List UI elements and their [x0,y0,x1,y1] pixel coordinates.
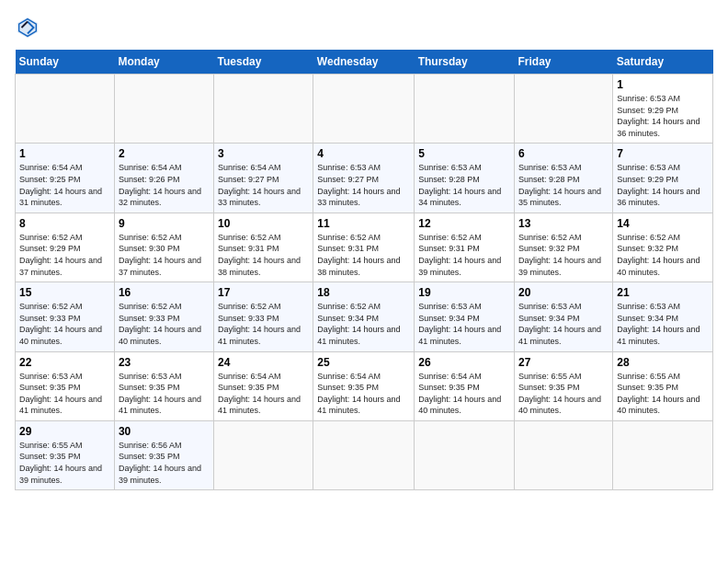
day-number: 18 [317,286,410,299]
calendar-cell: 7Sunrise: 6:53 AMSunset: 9:29 PMDaylight… [613,144,713,213]
calendar-cell: 13Sunrise: 6:52 AMSunset: 9:32 PMDayligh… [515,213,613,282]
day-number: 1 [19,147,110,160]
calendar-cell: 4Sunrise: 6:53 AMSunset: 9:27 PMDaylight… [313,144,415,213]
day-number: 20 [518,286,609,299]
day-number: 28 [617,356,709,369]
week-row-5: 29Sunrise: 6:55 AMSunset: 9:35 PMDayligh… [16,420,713,489]
calendar-cell [415,75,515,144]
day-info: Sunrise: 6:52 AMSunset: 9:31 PMDaylight:… [317,232,410,278]
week-row-3: 15Sunrise: 6:52 AMSunset: 9:33 PMDayligh… [16,282,713,351]
calendar-cell [515,420,613,489]
day-info: Sunrise: 6:54 AMSunset: 9:25 PMDaylight:… [19,162,110,208]
header-row: SundayMondayTuesdayWednesdayThursdayFrid… [16,50,713,75]
day-info: Sunrise: 6:53 AMSunset: 9:34 PMDaylight:… [617,301,709,347]
calendar-cell: 9Sunrise: 6:52 AMSunset: 9:30 PMDaylight… [114,213,213,282]
col-header-tuesday: Tuesday [214,50,313,75]
day-info: Sunrise: 6:55 AMSunset: 9:35 PMDaylight:… [518,371,609,417]
day-info: Sunrise: 6:52 AMSunset: 9:33 PMDaylight:… [119,301,210,347]
calendar-cell [114,75,213,144]
day-number: 1 [617,78,709,91]
week-row-4: 22Sunrise: 6:53 AMSunset: 9:35 PMDayligh… [16,351,713,420]
logo [15,15,44,40]
day-info: Sunrise: 6:52 AMSunset: 9:31 PMDaylight:… [218,232,309,278]
day-number: 27 [518,356,609,369]
calendar-cell [313,420,415,489]
day-info: Sunrise: 6:53 AMSunset: 9:27 PMDaylight:… [317,162,410,208]
calendar-cell: 5Sunrise: 6:53 AMSunset: 9:28 PMDaylight… [415,144,515,213]
calendar-cell: 22Sunrise: 6:53 AMSunset: 9:35 PMDayligh… [16,351,115,420]
day-info: Sunrise: 6:54 AMSunset: 9:35 PMDaylight:… [317,371,410,417]
day-info: Sunrise: 6:53 AMSunset: 9:35 PMDaylight:… [119,371,210,417]
day-number: 8 [19,217,110,230]
day-number: 5 [418,147,510,160]
calendar-cell: 15Sunrise: 6:52 AMSunset: 9:33 PMDayligh… [16,282,115,351]
day-number: 25 [317,356,410,369]
calendar-cell: 12Sunrise: 6:52 AMSunset: 9:31 PMDayligh… [415,213,515,282]
calendar-cell: 10Sunrise: 6:52 AMSunset: 9:31 PMDayligh… [214,213,313,282]
day-number: 14 [617,217,709,230]
col-header-sunday: Sunday [16,50,115,75]
calendar-cell [214,420,313,489]
day-info: Sunrise: 6:52 AMSunset: 9:33 PMDaylight:… [218,301,309,347]
day-number: 7 [617,147,709,160]
calendar-cell: 19Sunrise: 6:53 AMSunset: 9:34 PMDayligh… [415,282,515,351]
calendar-cell: 11Sunrise: 6:52 AMSunset: 9:31 PMDayligh… [313,213,415,282]
header [15,15,713,40]
day-number: 21 [617,286,709,299]
day-number: 9 [119,217,210,230]
calendar-cell: 29Sunrise: 6:55 AMSunset: 9:35 PMDayligh… [16,420,115,489]
calendar-cell: 26Sunrise: 6:54 AMSunset: 9:35 PMDayligh… [415,351,515,420]
calendar-cell: 18Sunrise: 6:52 AMSunset: 9:34 PMDayligh… [313,282,415,351]
day-info: Sunrise: 6:52 AMSunset: 9:29 PMDaylight:… [19,232,110,278]
calendar-cell: 20Sunrise: 6:53 AMSunset: 9:34 PMDayligh… [515,282,613,351]
week-row-1: 1Sunrise: 6:54 AMSunset: 9:25 PMDaylight… [16,144,713,213]
calendar-cell: 21Sunrise: 6:53 AMSunset: 9:34 PMDayligh… [613,282,713,351]
calendar-table: SundayMondayTuesdayWednesdayThursdayFrid… [15,50,713,490]
calendar-cell: 16Sunrise: 6:52 AMSunset: 9:33 PMDayligh… [114,282,213,351]
day-info: Sunrise: 6:55 AMSunset: 9:35 PMDaylight:… [19,440,110,486]
day-info: Sunrise: 6:52 AMSunset: 9:33 PMDaylight:… [19,301,110,347]
day-info: Sunrise: 6:53 AMSunset: 9:28 PMDaylight:… [418,162,510,208]
day-info: Sunrise: 6:53 AMSunset: 9:29 PMDaylight:… [617,93,709,139]
week-row-0: 1Sunrise: 6:53 AMSunset: 9:29 PMDaylight… [16,75,713,144]
day-info: Sunrise: 6:54 AMSunset: 9:35 PMDaylight:… [418,371,510,417]
day-number: 30 [119,425,210,438]
day-info: Sunrise: 6:54 AMSunset: 9:35 PMDaylight:… [218,371,309,417]
day-number: 10 [218,217,309,230]
day-number: 2 [119,147,210,160]
day-number: 11 [317,217,410,230]
day-number: 13 [518,217,609,230]
logo-icon [15,15,40,40]
calendar-cell: 25Sunrise: 6:54 AMSunset: 9:35 PMDayligh… [313,351,415,420]
calendar-cell [313,75,415,144]
day-info: Sunrise: 6:54 AMSunset: 9:27 PMDaylight:… [218,162,309,208]
calendar-cell: 30Sunrise: 6:56 AMSunset: 9:35 PMDayligh… [114,420,213,489]
calendar-cell: 1Sunrise: 6:54 AMSunset: 9:25 PMDaylight… [16,144,115,213]
calendar-cell: 27Sunrise: 6:55 AMSunset: 9:35 PMDayligh… [515,351,613,420]
day-info: Sunrise: 6:52 AMSunset: 9:30 PMDaylight:… [119,232,210,278]
day-info: Sunrise: 6:53 AMSunset: 9:29 PMDaylight:… [617,162,709,208]
day-info: Sunrise: 6:52 AMSunset: 9:34 PMDaylight:… [317,301,410,347]
day-number: 6 [518,147,609,160]
calendar-cell [16,75,115,144]
page: SundayMondayTuesdayWednesdayThursdayFrid… [0,0,728,563]
calendar-cell: 3Sunrise: 6:54 AMSunset: 9:27 PMDaylight… [214,144,313,213]
calendar-cell: 14Sunrise: 6:52 AMSunset: 9:32 PMDayligh… [613,213,713,282]
day-info: Sunrise: 6:53 AMSunset: 9:34 PMDaylight:… [418,301,510,347]
col-header-monday: Monday [114,50,213,75]
calendar-cell: 1Sunrise: 6:53 AMSunset: 9:29 PMDaylight… [613,75,713,144]
day-number: 19 [418,286,510,299]
calendar-cell: 6Sunrise: 6:53 AMSunset: 9:28 PMDaylight… [515,144,613,213]
day-info: Sunrise: 6:53 AMSunset: 9:34 PMDaylight:… [518,301,609,347]
col-header-saturday: Saturday [613,50,713,75]
day-info: Sunrise: 6:52 AMSunset: 9:32 PMDaylight:… [617,232,709,278]
col-header-friday: Friday [515,50,613,75]
day-number: 3 [218,147,309,160]
day-number: 4 [317,147,410,160]
calendar-cell: 28Sunrise: 6:55 AMSunset: 9:35 PMDayligh… [613,351,713,420]
day-info: Sunrise: 6:53 AMSunset: 9:28 PMDaylight:… [518,162,609,208]
day-info: Sunrise: 6:55 AMSunset: 9:35 PMDaylight:… [617,371,709,417]
day-number: 24 [218,356,309,369]
day-number: 26 [418,356,510,369]
calendar-cell [415,420,515,489]
